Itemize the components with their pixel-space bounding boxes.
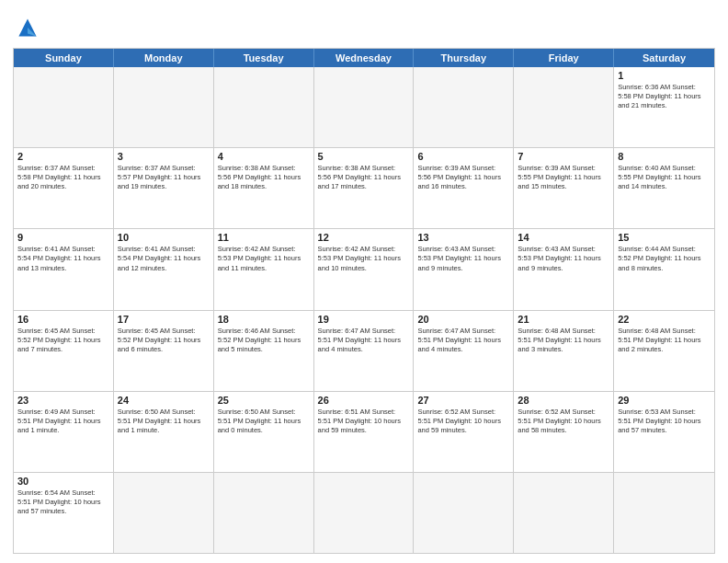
day-number: 5 <box>318 151 410 162</box>
calendar-cell: 21Sunrise: 6:48 AM Sunset: 5:51 PM Dayli… <box>514 311 614 391</box>
calendar-cell: 14Sunrise: 6:43 AM Sunset: 5:53 PM Dayli… <box>514 229 614 309</box>
calendar-row-1: 2Sunrise: 6:37 AM Sunset: 5:58 PM Daylig… <box>14 147 714 228</box>
calendar-row-5: 30Sunrise: 6:54 AM Sunset: 5:51 PM Dayli… <box>14 472 714 553</box>
calendar-cell <box>514 67 614 147</box>
day-number: 10 <box>118 232 210 243</box>
cell-info: Sunrise: 6:50 AM Sunset: 5:51 PM Dayligh… <box>118 408 210 435</box>
day-number: 15 <box>618 232 711 243</box>
day-number: 3 <box>118 151 210 162</box>
calendar-cell: 6Sunrise: 6:39 AM Sunset: 5:56 PM Daylig… <box>414 148 514 228</box>
calendar-cell <box>114 473 214 553</box>
day-number: 27 <box>417 395 509 406</box>
calendar-cell: 12Sunrise: 6:42 AM Sunset: 5:53 PM Dayli… <box>314 229 415 309</box>
page: SundayMondayTuesdayWednesdayThursdayFrid… <box>0 0 728 563</box>
day-number: 22 <box>618 314 711 325</box>
day-number: 2 <box>17 151 109 162</box>
calendar-cell: 1Sunrise: 6:36 AM Sunset: 5:58 PM Daylig… <box>614 67 714 147</box>
cell-info: Sunrise: 6:46 AM Sunset: 5:52 PM Dayligh… <box>218 327 310 354</box>
day-number: 28 <box>518 395 609 406</box>
cell-info: Sunrise: 6:42 AM Sunset: 5:53 PM Dayligh… <box>218 245 310 272</box>
calendar-row-4: 23Sunrise: 6:49 AM Sunset: 5:51 PM Dayli… <box>14 391 714 472</box>
cell-info: Sunrise: 6:41 AM Sunset: 5:54 PM Dayligh… <box>17 245 109 272</box>
weekday-header-saturday: Saturday <box>614 49 714 67</box>
calendar-cell <box>214 473 314 553</box>
calendar-row-3: 16Sunrise: 6:45 AM Sunset: 5:52 PM Dayli… <box>14 310 714 391</box>
cell-info: Sunrise: 6:38 AM Sunset: 5:56 PM Dayligh… <box>318 164 410 191</box>
calendar-cell <box>314 67 415 147</box>
cell-info: Sunrise: 6:50 AM Sunset: 5:51 PM Dayligh… <box>218 408 310 435</box>
calendar-body: 1Sunrise: 6:36 AM Sunset: 5:58 PM Daylig… <box>14 67 714 553</box>
weekday-header-thursday: Thursday <box>414 49 514 67</box>
calendar-cell: 10Sunrise: 6:41 AM Sunset: 5:54 PM Dayli… <box>114 229 214 309</box>
day-number: 25 <box>218 395 310 406</box>
calendar-cell: 3Sunrise: 6:37 AM Sunset: 5:57 PM Daylig… <box>114 148 214 228</box>
calendar-cell <box>14 67 114 147</box>
calendar-cell: 22Sunrise: 6:48 AM Sunset: 5:51 PM Dayli… <box>614 311 714 391</box>
day-number: 16 <box>17 314 109 325</box>
day-number: 18 <box>218 314 310 325</box>
calendar-row-2: 9Sunrise: 6:41 AM Sunset: 5:54 PM Daylig… <box>14 228 714 309</box>
day-number: 9 <box>17 232 109 243</box>
calendar-row-0: 1Sunrise: 6:36 AM Sunset: 5:58 PM Daylig… <box>14 67 714 147</box>
day-number: 4 <box>218 151 310 162</box>
calendar-cell: 29Sunrise: 6:53 AM Sunset: 5:51 PM Dayli… <box>614 392 714 472</box>
day-number: 11 <box>218 232 310 243</box>
calendar-header: SundayMondayTuesdayWednesdayThursdayFrid… <box>14 49 714 67</box>
calendar-cell: 8Sunrise: 6:40 AM Sunset: 5:55 PM Daylig… <box>614 148 714 228</box>
day-number: 13 <box>417 232 509 243</box>
calendar-cell: 30Sunrise: 6:54 AM Sunset: 5:51 PM Dayli… <box>14 473 114 553</box>
calendar-cell: 7Sunrise: 6:39 AM Sunset: 5:55 PM Daylig… <box>514 148 614 228</box>
calendar-cell: 25Sunrise: 6:50 AM Sunset: 5:51 PM Dayli… <box>214 392 314 472</box>
day-number: 8 <box>618 151 711 162</box>
calendar-cell: 15Sunrise: 6:44 AM Sunset: 5:52 PM Dayli… <box>614 229 714 309</box>
calendar: SundayMondayTuesdayWednesdayThursdayFrid… <box>13 48 715 554</box>
day-number: 24 <box>118 395 210 406</box>
calendar-cell: 4Sunrise: 6:38 AM Sunset: 5:56 PM Daylig… <box>214 148 314 228</box>
day-number: 26 <box>318 395 410 406</box>
cell-info: Sunrise: 6:38 AM Sunset: 5:56 PM Dayligh… <box>218 164 310 191</box>
calendar-cell: 16Sunrise: 6:45 AM Sunset: 5:52 PM Dayli… <box>14 311 114 391</box>
calendar-cell: 13Sunrise: 6:43 AM Sunset: 5:53 PM Dayli… <box>414 229 514 309</box>
day-number: 20 <box>417 314 509 325</box>
day-number: 1 <box>618 70 711 81</box>
cell-info: Sunrise: 6:53 AM Sunset: 5:51 PM Dayligh… <box>618 408 711 435</box>
cell-info: Sunrise: 6:40 AM Sunset: 5:55 PM Dayligh… <box>618 164 711 191</box>
calendar-cell <box>514 473 614 553</box>
cell-info: Sunrise: 6:47 AM Sunset: 5:51 PM Dayligh… <box>318 327 410 354</box>
day-number: 14 <box>518 232 609 243</box>
cell-info: Sunrise: 6:36 AM Sunset: 5:58 PM Dayligh… <box>618 83 711 110</box>
day-number: 29 <box>618 395 711 406</box>
header <box>13 9 715 42</box>
calendar-cell <box>414 67 514 147</box>
calendar-cell <box>614 473 714 553</box>
cell-info: Sunrise: 6:49 AM Sunset: 5:51 PM Dayligh… <box>17 408 109 435</box>
calendar-cell <box>314 473 415 553</box>
calendar-cell: 17Sunrise: 6:45 AM Sunset: 5:52 PM Dayli… <box>114 311 214 391</box>
cell-info: Sunrise: 6:41 AM Sunset: 5:54 PM Dayligh… <box>118 245 210 272</box>
logo-icon <box>13 13 42 42</box>
cell-info: Sunrise: 6:52 AM Sunset: 5:51 PM Dayligh… <box>518 408 609 435</box>
cell-info: Sunrise: 6:54 AM Sunset: 5:51 PM Dayligh… <box>17 488 109 516</box>
day-number: 23 <box>17 395 109 406</box>
cell-info: Sunrise: 6:48 AM Sunset: 5:51 PM Dayligh… <box>518 327 609 354</box>
calendar-cell: 9Sunrise: 6:41 AM Sunset: 5:54 PM Daylig… <box>14 229 114 309</box>
calendar-cell <box>214 67 314 147</box>
calendar-cell <box>414 473 514 553</box>
day-number: 6 <box>417 151 509 162</box>
cell-info: Sunrise: 6:45 AM Sunset: 5:52 PM Dayligh… <box>118 327 210 354</box>
cell-info: Sunrise: 6:39 AM Sunset: 5:55 PM Dayligh… <box>518 164 609 191</box>
weekday-header-sunday: Sunday <box>14 49 114 67</box>
calendar-cell: 26Sunrise: 6:51 AM Sunset: 5:51 PM Dayli… <box>314 392 415 472</box>
day-number: 12 <box>318 232 410 243</box>
cell-info: Sunrise: 6:45 AM Sunset: 5:52 PM Dayligh… <box>17 327 109 354</box>
cell-info: Sunrise: 6:52 AM Sunset: 5:51 PM Dayligh… <box>417 408 509 435</box>
cell-info: Sunrise: 6:43 AM Sunset: 5:53 PM Dayligh… <box>417 245 509 272</box>
calendar-cell: 27Sunrise: 6:52 AM Sunset: 5:51 PM Dayli… <box>414 392 514 472</box>
calendar-cell: 2Sunrise: 6:37 AM Sunset: 5:58 PM Daylig… <box>14 148 114 228</box>
day-number: 7 <box>518 151 609 162</box>
weekday-header-tuesday: Tuesday <box>214 49 314 67</box>
cell-info: Sunrise: 6:51 AM Sunset: 5:51 PM Dayligh… <box>318 408 410 435</box>
calendar-cell: 23Sunrise: 6:49 AM Sunset: 5:51 PM Dayli… <box>14 392 114 472</box>
logo <box>13 13 46 42</box>
weekday-header-friday: Friday <box>514 49 614 67</box>
